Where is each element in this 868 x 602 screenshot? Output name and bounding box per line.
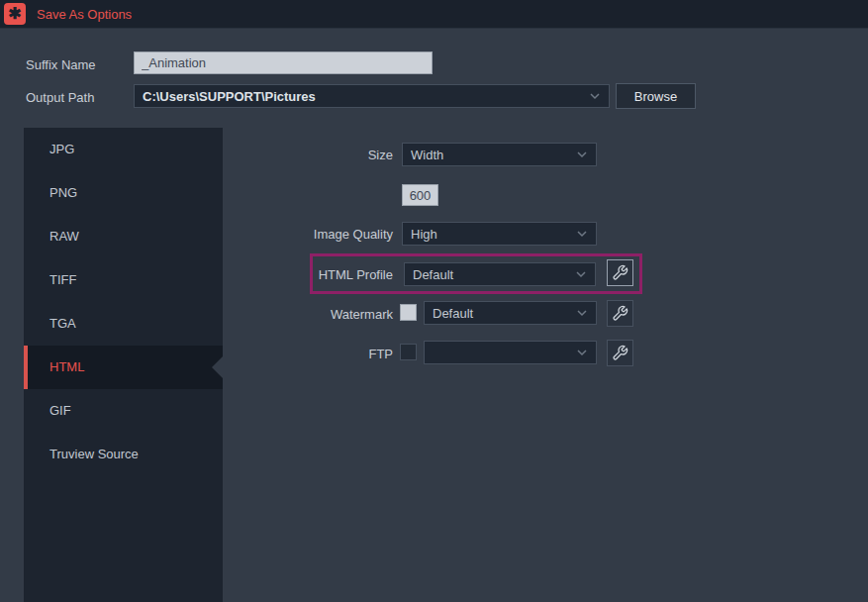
image-quality-value: High bbox=[411, 227, 570, 242]
chevron-down-icon bbox=[576, 230, 588, 238]
chevron-down-icon bbox=[589, 92, 601, 100]
html-profile-value: Default bbox=[413, 267, 569, 282]
window-title: Save As Options bbox=[37, 7, 132, 22]
browse-button[interactable]: Browse bbox=[616, 83, 696, 109]
watermark-checkbox[interactable] bbox=[400, 304, 417, 321]
watermark-settings-button[interactable] bbox=[607, 300, 633, 327]
selected-item-notch bbox=[212, 356, 223, 378]
chevron-down-icon bbox=[576, 309, 588, 317]
watermark-value: Default bbox=[433, 306, 570, 321]
title-bar: ✱ Save As Options bbox=[0, 0, 868, 29]
sidebar-item-tga[interactable]: TGA bbox=[24, 302, 223, 346]
sidebar-item-raw[interactable]: RAW bbox=[24, 215, 223, 258]
watermark-dropdown[interactable]: Default bbox=[424, 301, 597, 325]
chevron-down-icon bbox=[576, 349, 588, 356]
sidebar-item-jpg[interactable]: JPG bbox=[24, 128, 223, 171]
wrench-settings-icon bbox=[612, 305, 628, 322]
output-path-label: Output Path bbox=[26, 90, 94, 105]
sidebar-item-html-label: HTML bbox=[49, 359, 84, 374]
sidebar-item-gif[interactable]: GIF bbox=[24, 389, 223, 433]
chevron-down-icon bbox=[576, 150, 588, 158]
image-quality-dropdown[interactable]: High bbox=[402, 222, 597, 246]
ftp-settings-button[interactable] bbox=[607, 340, 633, 366]
size-value: Width bbox=[411, 148, 570, 162]
ftp-dropdown[interactable] bbox=[424, 341, 597, 364]
suffix-name-label: Suffix Name bbox=[26, 57, 96, 72]
html-profile-label: HTML Profile bbox=[235, 267, 393, 282]
wrench-settings-icon bbox=[612, 345, 628, 361]
html-profile-dropdown[interactable]: Default bbox=[404, 262, 596, 286]
wrench-settings-icon bbox=[612, 264, 628, 281]
output-path-dropdown[interactable]: C:\Users\SUPPORT\Pictures bbox=[134, 84, 610, 108]
sidebar-item-html[interactable]: HTML bbox=[24, 346, 223, 389]
ftp-label: FTP bbox=[235, 347, 393, 361]
watermark-label: Watermark bbox=[235, 307, 393, 322]
sidebar-item-tiff[interactable]: TIFF bbox=[24, 258, 223, 302]
sidebar-item-png[interactable]: PNG bbox=[24, 171, 223, 215]
ftp-checkbox[interactable] bbox=[400, 344, 417, 360]
chevron-down-icon bbox=[575, 270, 587, 278]
output-path-value: C:\Users\SUPPORT\Pictures bbox=[143, 89, 583, 104]
suffix-name-input[interactable] bbox=[134, 51, 433, 74]
asterisk-logo-icon: ✱ bbox=[4, 3, 26, 25]
format-sidebar: JPG PNG RAW TIFF TGA HTML GIF Truview So… bbox=[24, 128, 223, 602]
html-profile-settings-button[interactable] bbox=[607, 259, 633, 286]
image-quality-label: Image Quality bbox=[235, 227, 393, 242]
size-dropdown[interactable]: Width bbox=[402, 143, 597, 166]
sidebar-item-truview-source[interactable]: Truview Source bbox=[24, 433, 223, 476]
size-label: Size bbox=[235, 148, 393, 162]
size-value-input[interactable] bbox=[402, 184, 438, 206]
